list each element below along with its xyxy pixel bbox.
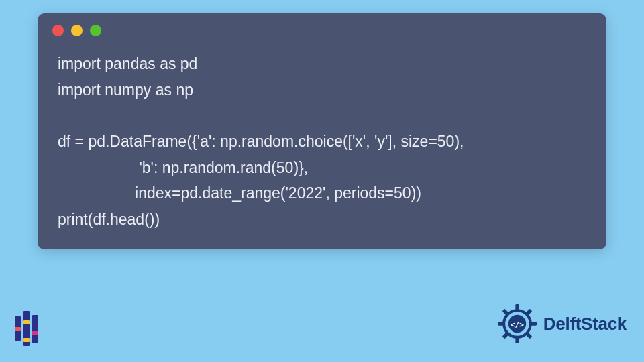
delftstack-cog-icon: </> </> — [495, 302, 539, 346]
code-line: df = pd.DataFrame({'a': np.random.choice… — [58, 133, 464, 150]
brand-name: DelftStack — [543, 314, 627, 335]
code-line: print(df.head()) — [58, 210, 160, 228]
svg-rect-3 — [498, 322, 504, 325]
close-icon[interactable] — [52, 25, 64, 36]
svg-rect-1 — [515, 304, 519, 310]
svg-text:</>: </> — [511, 320, 525, 329]
svg-rect-4 — [531, 322, 537, 325]
maximize-icon[interactable] — [90, 25, 101, 36]
bars-logo-icon — [15, 311, 46, 346]
code-block: import pandas as pd import numpy as np d… — [38, 47, 606, 232]
minimize-icon[interactable] — [71, 25, 83, 36]
code-line: import numpy as np — [58, 81, 193, 99]
window-titlebar — [38, 13, 606, 47]
code-window: import pandas as pd import numpy as np d… — [38, 13, 606, 249]
svg-rect-2 — [515, 337, 519, 343]
code-line: index=pd.date_range('2022', periods=50)) — [58, 184, 421, 202]
code-line: 'b': np.random.rand(50)}, — [58, 159, 308, 176]
brand-logo: </> </> DelftStack — [495, 302, 627, 346]
code-line: import pandas as pd — [58, 55, 197, 72]
